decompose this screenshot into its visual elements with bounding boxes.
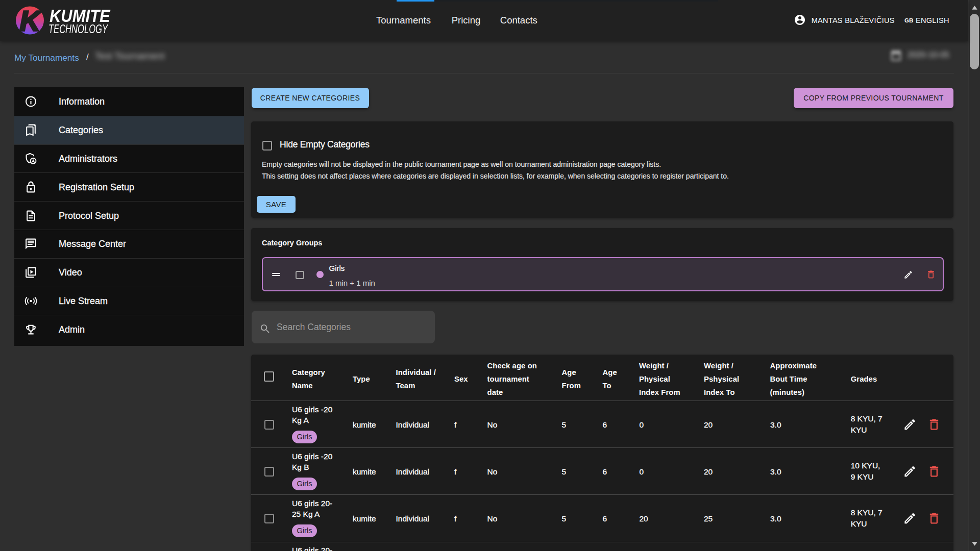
svg-text:K: K <box>20 6 42 35</box>
